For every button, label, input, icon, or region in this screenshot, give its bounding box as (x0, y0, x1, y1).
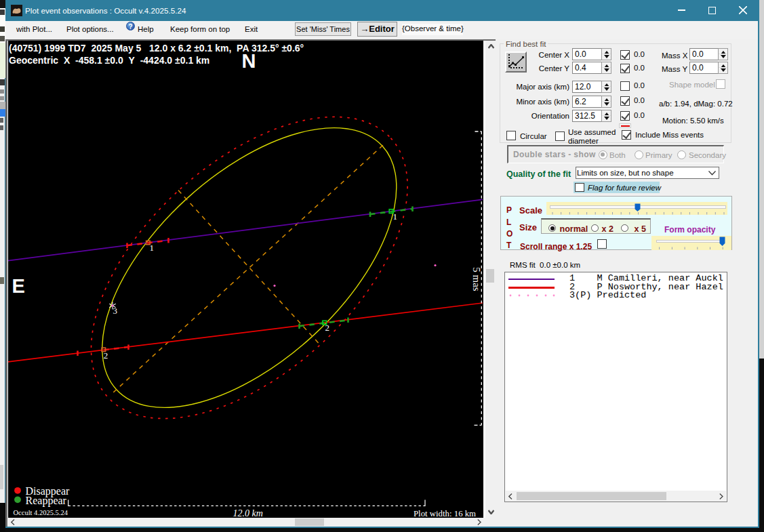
svg-text:5 mas: 5 mas (471, 267, 482, 291)
svg-text:Plot width: 16 km: Plot width: 16 km (414, 509, 476, 518)
svg-text:Reappear: Reappear (26, 495, 67, 507)
svg-text:1: 1 (150, 243, 155, 253)
svg-text:1: 1 (393, 211, 398, 222)
svg-text:Geocentric X -458.1 ±0.0 Y: Geocentric X -458.1 ±0.0 Y -4424.0 ±0.1 … (9, 55, 209, 66)
svg-text:N: N (242, 50, 256, 72)
svg-text:(40751) 1999 TD7 2025 May 5: (40751) 1999 TD7 2025 May 5 12.0 x 6.2 ±… (9, 43, 304, 54)
svg-text:2: 2 (104, 350, 108, 361)
svg-text:Occult 4.2025.5.24: Occult 4.2025.5.24 (14, 509, 68, 516)
svg-text:E: E (12, 275, 25, 297)
svg-text:2: 2 (325, 323, 330, 333)
svg-text:12.0 km: 12.0 km (233, 508, 263, 518)
svg-text:3: 3 (113, 306, 118, 316)
